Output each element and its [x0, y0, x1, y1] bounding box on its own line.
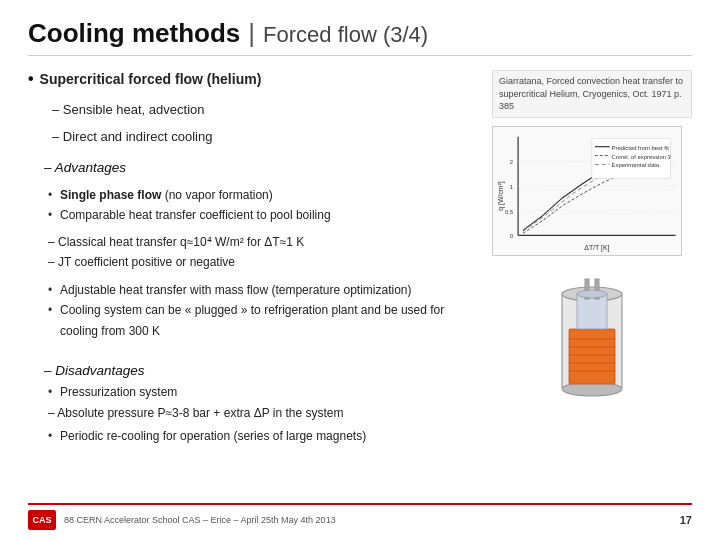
footer-left: CAS 88 CERN Accelerator School CAS – Eri…	[28, 510, 336, 530]
svg-text:q [W/cm²]: q [W/cm²]	[497, 181, 505, 210]
disadvantages-extra-list: Periodic re-cooling for operation (serie…	[28, 426, 482, 446]
title-separator: |	[248, 18, 255, 49]
adv-suffix-1: (no vapor formation)	[165, 188, 273, 202]
advantages-header: Advantages	[28, 160, 482, 175]
content-area: Supercritical forced flow (helium) Sensi…	[28, 70, 692, 503]
page-footer: CAS 88 CERN Accelerator School CAS – Eri…	[28, 503, 692, 530]
page-header: Cooling methods | Forced flow (3/4)	[28, 18, 692, 56]
sub-item-1: Sensible heat, advection	[28, 100, 482, 121]
svg-text:2: 2	[510, 159, 513, 165]
disadv-item-1: Pressurization system	[60, 382, 482, 402]
svg-rect-28	[577, 294, 607, 329]
main-bullet: Supercritical forced flow (helium)	[28, 70, 482, 88]
right-panel: Giarratana, Forced convection heat trans…	[492, 70, 692, 503]
disadvantages-sub-list: Absolute pressure P≈3-8 bar + extra ΔP i…	[28, 404, 482, 423]
svg-text:1: 1	[510, 184, 513, 190]
advantages-sub-list: Classical heat transfer q≈10⁴ W/m² for Δ…	[28, 233, 482, 271]
advantages-extra-list: Adjustable heat transfer with mass flow …	[28, 280, 482, 341]
advantages-list: Single phase flow (no vapor formation) C…	[28, 185, 482, 226]
disadvantages-header: Disadvantages	[28, 363, 482, 378]
footer-logo-text: CAS	[32, 515, 51, 525]
svg-text:Correl. of expression 3: Correl. of expression 3	[612, 153, 672, 159]
disadv-text-1: Pressurization system	[60, 385, 177, 399]
footer-logo: CAS	[28, 510, 56, 530]
adv-extra-2: Cooling system can be « plugged » to ref…	[60, 300, 482, 341]
svg-text:Experimental data: Experimental data	[612, 162, 660, 168]
adv-text-2: Comparable heat transfer coefficient to …	[60, 208, 331, 222]
disadvantages-section: Disadvantages Pressurization system Abso…	[28, 357, 482, 448]
reference-box: Giarratana, Forced convection heat trans…	[492, 70, 692, 118]
adv-extra-1: Adjustable heat transfer with mass flow …	[60, 280, 482, 300]
adv-item-2: Comparable heat transfer coefficient to …	[60, 205, 482, 225]
disadv-sub-1: Absolute pressure P≈3-8 bar + extra ΔP i…	[48, 404, 482, 423]
title-sub: Forced flow (3/4)	[263, 22, 428, 48]
adv-item-1: Single phase flow (no vapor formation)	[60, 185, 482, 205]
svg-text:0.5: 0.5	[505, 208, 514, 214]
svg-point-31	[577, 290, 607, 298]
main-content: Supercritical forced flow (helium) Sensi…	[28, 70, 482, 503]
svg-text:ΔT/T [K]: ΔT/T [K]	[584, 244, 609, 252]
title-main: Cooling methods	[28, 18, 240, 49]
page-container: Cooling methods | Forced flow (3/4) Supe…	[0, 0, 720, 540]
sub-item-2: Direct and indirect cooling	[28, 127, 482, 148]
footer-page-number: 17	[680, 514, 692, 526]
footer-course-text: 88 CERN Accelerator School CAS – Erice –…	[64, 515, 336, 525]
svg-rect-22	[569, 329, 615, 384]
chart-image: q [W/cm²] ΔT/T [K] Predicted from best f…	[492, 126, 682, 256]
main-bullet-text: Supercritical forced flow (helium)	[40, 71, 262, 87]
disadvantages-list: Pressurization system	[28, 382, 482, 402]
disadv-extra-1: Periodic re-cooling for operation (serie…	[60, 426, 482, 446]
cylinder-image	[547, 274, 637, 404]
adv-bold-1: Single phase flow	[60, 188, 161, 202]
adv-sub-1: Classical heat transfer q≈10⁴ W/m² for Δ…	[48, 233, 482, 252]
svg-text:Predicted from best fit: Predicted from best fit	[612, 144, 670, 150]
adv-sub-2: JT coefficient positive or negative	[48, 253, 482, 272]
